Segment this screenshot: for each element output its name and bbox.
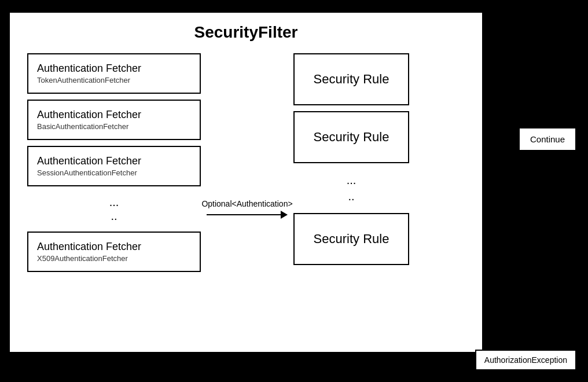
fetcher-subtitle-2: BasicAuthenticationFetcher: [37, 122, 191, 131]
left-column: Authentication Fetcher TokenAuthenticati…: [27, 53, 201, 272]
dots-left: ... ..: [27, 192, 201, 226]
fetcher-subtitle-3: SessionAuthenticationFetcher: [37, 168, 191, 177]
auth-exception-label: AuthorizationException: [475, 350, 576, 370]
arrow-area: Optional<Authentication>: [201, 146, 293, 272]
fetcher-box-4: Authentication Fetcher X509Authenticatio…: [27, 232, 201, 272]
fetcher-box-2: Authentication Fetcher BasicAuthenticati…: [27, 100, 201, 140]
security-rule-box-1: Security Rule: [293, 53, 409, 105]
security-rule-label-2: Security Rule: [314, 130, 389, 145]
fetcher-title-2: Authentication Fetcher: [37, 109, 191, 121]
arrow-head-icon: [281, 211, 288, 219]
continue-button[interactable]: Continue: [519, 127, 576, 151]
arrow-shaft: [207, 214, 281, 215]
right-column: Security Rule Security Rule ... .. Secur…: [293, 53, 409, 272]
fetcher-title-3: Authentication Fetcher: [37, 155, 191, 167]
arrow-line: [207, 211, 288, 219]
security-rule-label-3: Security Rule: [314, 232, 389, 247]
security-rule-box-3: Security Rule: [293, 213, 409, 265]
diagram-area: Authentication Fetcher TokenAuthenticati…: [10, 47, 482, 278]
fetcher-title-1: Authentication Fetcher: [37, 63, 191, 75]
fetcher-title-4: Authentication Fetcher: [37, 241, 191, 253]
fetcher-box-1: Authentication Fetcher TokenAuthenticati…: [27, 53, 201, 94]
arrow-label: Optional<Authentication>: [201, 199, 292, 208]
security-rule-box-2: Security Rule: [293, 111, 409, 163]
security-rule-label-1: Security Rule: [314, 72, 389, 87]
fetcher-subtitle-4: X509AuthenticationFetcher: [37, 254, 191, 263]
diagram-title: SecurityFilter: [10, 13, 482, 47]
main-diagram-container: SecurityFilter Authentication Fetcher To…: [9, 12, 483, 353]
dots-right: ... ..: [293, 169, 409, 207]
fetcher-box-3: Authentication Fetcher SessionAuthentica…: [27, 146, 201, 186]
fetcher-subtitle-1: TokenAuthenticationFetcher: [37, 76, 191, 85]
